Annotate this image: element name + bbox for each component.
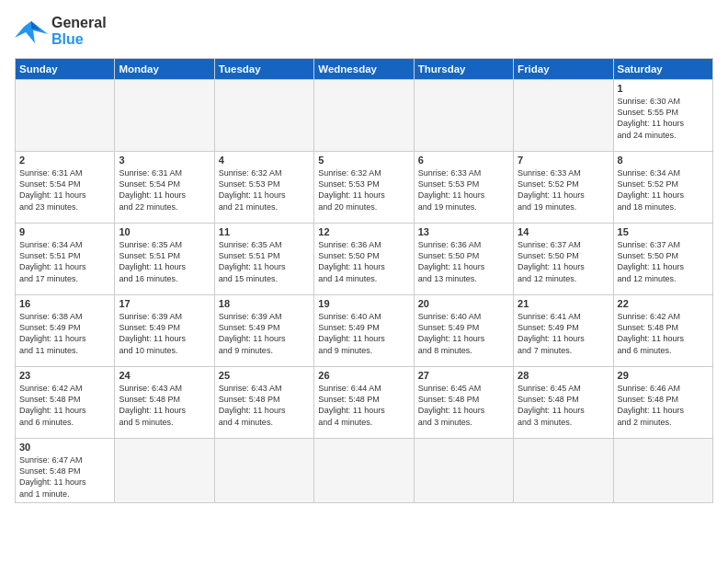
day-number: 25 (219, 370, 310, 381)
cell-info: Sunrise: 6:43 AM Sunset: 5:48 PM Dayligh… (219, 383, 310, 428)
calendar-cell: 13Sunrise: 6:36 AM Sunset: 5:50 PM Dayli… (414, 224, 513, 295)
calendar-cell: 7Sunrise: 6:33 AM Sunset: 5:52 PM Daylig… (514, 152, 613, 224)
calendar-cell (214, 80, 313, 152)
cell-info: Sunrise: 6:35 AM Sunset: 5:51 PM Dayligh… (119, 239, 210, 284)
calendar-cell: 12Sunrise: 6:36 AM Sunset: 5:50 PM Dayli… (314, 224, 414, 295)
cell-info: Sunrise: 6:39 AM Sunset: 5:49 PM Dayligh… (119, 311, 210, 356)
cell-info: Sunrise: 6:32 AM Sunset: 5:53 PM Dayligh… (219, 167, 310, 213)
logo-text-blue: Blue (51, 31, 107, 48)
cell-info: Sunrise: 6:43 AM Sunset: 5:48 PM Dayligh… (119, 383, 210, 428)
day-number: 28 (518, 370, 609, 381)
day-number: 3 (119, 155, 210, 166)
day-number: 7 (518, 155, 609, 166)
calendar-cell: 11Sunrise: 6:35 AM Sunset: 5:51 PM Dayli… (214, 224, 313, 295)
calendar-cell: 27Sunrise: 6:45 AM Sunset: 5:48 PM Dayli… (414, 367, 513, 439)
calendar-cell: 8Sunrise: 6:34 AM Sunset: 5:52 PM Daylig… (613, 152, 712, 224)
day-number: 19 (318, 298, 409, 309)
cell-info: Sunrise: 6:31 AM Sunset: 5:54 PM Dayligh… (119, 167, 210, 213)
calendar-cell: 9Sunrise: 6:34 AM Sunset: 5:51 PM Daylig… (16, 224, 115, 295)
calendar-cell (314, 80, 414, 152)
calendar-week-row: 30Sunrise: 6:47 AM Sunset: 5:48 PM Dayli… (16, 439, 713, 503)
logo-text-general: General (51, 15, 107, 31)
day-number: 22 (618, 298, 709, 309)
day-number: 5 (318, 155, 409, 166)
calendar-week-row: 16Sunrise: 6:38 AM Sunset: 5:49 PM Dayli… (16, 295, 713, 367)
calendar-cell (613, 439, 712, 503)
calendar-cell: 18Sunrise: 6:39 AM Sunset: 5:49 PM Dayli… (214, 295, 313, 367)
cell-info: Sunrise: 6:44 AM Sunset: 5:48 PM Dayligh… (318, 383, 409, 428)
calendar-cell: 17Sunrise: 6:39 AM Sunset: 5:49 PM Dayli… (115, 295, 214, 367)
calendar-cell: 24Sunrise: 6:43 AM Sunset: 5:48 PM Dayli… (115, 367, 214, 439)
day-number: 18 (219, 298, 310, 309)
day-number: 21 (518, 298, 609, 309)
day-number: 16 (19, 298, 110, 309)
calendar-cell: 6Sunrise: 6:33 AM Sunset: 5:53 PM Daylig… (414, 152, 513, 224)
weekday-header-sunday: Sunday (16, 59, 115, 80)
day-number: 20 (418, 298, 509, 309)
day-number: 11 (219, 226, 310, 237)
calendar-week-row: 9Sunrise: 6:34 AM Sunset: 5:51 PM Daylig… (16, 224, 713, 295)
logo: General Blue (15, 15, 107, 47)
calendar-week-row: 2Sunrise: 6:31 AM Sunset: 5:54 PM Daylig… (16, 152, 713, 224)
cell-info: Sunrise: 6:40 AM Sunset: 5:49 PM Dayligh… (418, 311, 509, 356)
day-number: 8 (618, 155, 709, 166)
cell-info: Sunrise: 6:42 AM Sunset: 5:48 PM Dayligh… (19, 383, 110, 428)
day-number: 30 (19, 442, 110, 453)
calendar-cell: 4Sunrise: 6:32 AM Sunset: 5:53 PM Daylig… (214, 152, 313, 224)
day-number: 1 (618, 83, 709, 94)
cell-info: Sunrise: 6:32 AM Sunset: 5:53 PM Dayligh… (318, 167, 409, 213)
cell-info: Sunrise: 6:45 AM Sunset: 5:48 PM Dayligh… (418, 383, 509, 428)
calendar-cell: 20Sunrise: 6:40 AM Sunset: 5:49 PM Dayli… (414, 295, 513, 367)
calendar-cell: 23Sunrise: 6:42 AM Sunset: 5:48 PM Dayli… (16, 367, 115, 439)
cell-info: Sunrise: 6:40 AM Sunset: 5:49 PM Dayligh… (318, 311, 409, 356)
weekday-header-thursday: Thursday (414, 59, 513, 80)
calendar-cell: 5Sunrise: 6:32 AM Sunset: 5:53 PM Daylig… (314, 152, 414, 224)
cell-info: Sunrise: 6:37 AM Sunset: 5:50 PM Dayligh… (618, 239, 709, 284)
cell-info: Sunrise: 6:33 AM Sunset: 5:53 PM Dayligh… (418, 167, 509, 213)
day-number: 13 (418, 226, 509, 237)
calendar-cell: 3Sunrise: 6:31 AM Sunset: 5:54 PM Daylig… (115, 152, 214, 224)
calendar-cell: 28Sunrise: 6:45 AM Sunset: 5:48 PM Dayli… (514, 367, 613, 439)
calendar-cell: 21Sunrise: 6:41 AM Sunset: 5:49 PM Dayli… (514, 295, 613, 367)
cell-info: Sunrise: 6:34 AM Sunset: 5:52 PM Dayligh… (618, 167, 709, 213)
cell-info: Sunrise: 6:30 AM Sunset: 5:55 PM Dayligh… (618, 96, 709, 141)
cell-info: Sunrise: 6:47 AM Sunset: 5:48 PM Dayligh… (19, 454, 110, 500)
calendar-cell: 2Sunrise: 6:31 AM Sunset: 5:54 PM Daylig… (16, 152, 115, 224)
day-number: 26 (318, 370, 409, 381)
logo-icon (15, 17, 48, 45)
day-number: 4 (219, 155, 310, 166)
cell-info: Sunrise: 6:37 AM Sunset: 5:50 PM Dayligh… (518, 239, 609, 284)
page-header: General Blue (15, 15, 713, 47)
day-number: 27 (418, 370, 509, 381)
day-number: 15 (618, 226, 709, 237)
calendar-cell: 14Sunrise: 6:37 AM Sunset: 5:50 PM Dayli… (514, 224, 613, 295)
weekday-header-friday: Friday (514, 59, 613, 80)
calendar-cell (16, 80, 115, 152)
cell-info: Sunrise: 6:35 AM Sunset: 5:51 PM Dayligh… (219, 239, 310, 284)
cell-info: Sunrise: 6:42 AM Sunset: 5:48 PM Dayligh… (618, 311, 709, 356)
cell-info: Sunrise: 6:39 AM Sunset: 5:49 PM Dayligh… (219, 311, 310, 356)
calendar-cell (514, 80, 613, 152)
calendar-cell: 1Sunrise: 6:30 AM Sunset: 5:55 PM Daylig… (613, 80, 712, 152)
cell-info: Sunrise: 6:36 AM Sunset: 5:50 PM Dayligh… (418, 239, 509, 284)
cell-info: Sunrise: 6:31 AM Sunset: 5:54 PM Dayligh… (19, 167, 110, 213)
calendar-cell: 30Sunrise: 6:47 AM Sunset: 5:48 PM Dayli… (16, 439, 115, 503)
day-number: 17 (119, 298, 210, 309)
weekday-header-tuesday: Tuesday (214, 59, 313, 80)
calendar-cell: 26Sunrise: 6:44 AM Sunset: 5:48 PM Dayli… (314, 367, 414, 439)
calendar-cell (514, 439, 613, 503)
calendar-cell (314, 439, 414, 503)
cell-info: Sunrise: 6:38 AM Sunset: 5:49 PM Dayligh… (19, 311, 110, 356)
weekday-header-saturday: Saturday (613, 59, 712, 80)
calendar-cell: 16Sunrise: 6:38 AM Sunset: 5:49 PM Dayli… (16, 295, 115, 367)
calendar-cell: 15Sunrise: 6:37 AM Sunset: 5:50 PM Dayli… (613, 224, 712, 295)
day-number: 23 (19, 370, 110, 381)
day-number: 24 (119, 370, 210, 381)
calendar-cell (115, 80, 214, 152)
calendar-week-row: 1Sunrise: 6:30 AM Sunset: 5:55 PM Daylig… (16, 80, 713, 152)
calendar-cell: 10Sunrise: 6:35 AM Sunset: 5:51 PM Dayli… (115, 224, 214, 295)
cell-info: Sunrise: 6:33 AM Sunset: 5:52 PM Dayligh… (518, 167, 609, 213)
day-number: 6 (418, 155, 509, 166)
calendar-cell: 25Sunrise: 6:43 AM Sunset: 5:48 PM Dayli… (214, 367, 313, 439)
calendar-table: SundayMondayTuesdayWednesdayThursdayFrid… (15, 58, 713, 503)
